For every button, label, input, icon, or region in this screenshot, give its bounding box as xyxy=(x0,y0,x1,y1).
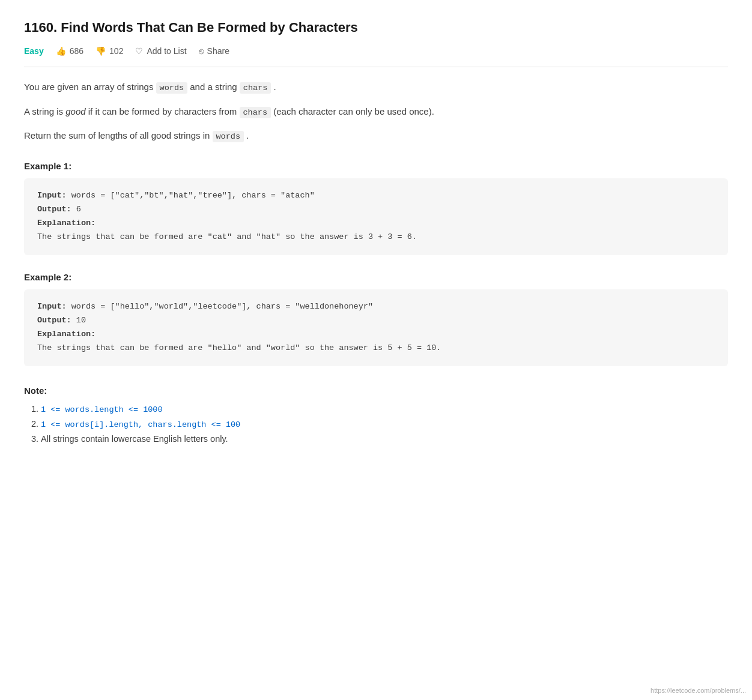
share-label: Share xyxy=(207,46,229,56)
desc-line2-prefix: A string is xyxy=(24,106,65,116)
heart-icon: ♡ xyxy=(135,46,143,56)
desc-line3-suffix: . xyxy=(244,130,249,140)
example-1-output-value: 6 xyxy=(71,205,81,214)
example-2-explanation-label: Explanation: xyxy=(37,328,715,342)
problem-description: You are given an array of strings words … xyxy=(24,79,728,145)
example-2-explanation: The strings that can be formed are "hell… xyxy=(37,342,715,355)
example-1: Example 1: Input: words = ["cat","bt","h… xyxy=(24,161,728,255)
thumbs-up-button[interactable]: 👍 686 xyxy=(56,46,83,56)
note-section: Note: 1 <= words.length <= 1000 1 <= wor… xyxy=(24,385,728,444)
note-item-1: 1 <= words.length <= 1000 xyxy=(41,404,728,414)
example-1-label: Example 1: xyxy=(24,161,728,171)
problem-title: 1160. Find Words That Can Be Formed by C… xyxy=(24,19,728,37)
example-1-input-label: Input: xyxy=(37,191,67,200)
note-item-2-code: 1 <= words[i].length, chars.length <= 10… xyxy=(41,420,240,429)
example-2-output: Output: 10 xyxy=(37,314,715,328)
example-2-output-value: 10 xyxy=(71,316,86,325)
desc-code-chars2: chars xyxy=(240,107,271,118)
thumbs-down-count: 102 xyxy=(109,46,123,56)
example-2-input: Input: words = ["hello","world","leetcod… xyxy=(37,300,715,314)
examples-section: Example 1: Input: words = ["cat","bt","h… xyxy=(24,161,728,366)
example-1-input: Input: words = ["cat","bt","hat","tree"]… xyxy=(37,189,715,203)
example-1-code-block: Input: words = ["cat","bt","hat","tree"]… xyxy=(24,178,728,255)
note-item-2: 1 <= words[i].length, chars.length <= 10… xyxy=(41,419,728,429)
add-to-list-label: Add to List xyxy=(147,46,186,56)
example-1-input-value: words = ["cat","bt","hat","tree"], chars… xyxy=(67,191,315,200)
example-1-output-label: Output: xyxy=(37,205,71,214)
desc-line2-suffix: (each character can only be used once). xyxy=(271,106,434,116)
desc-line2-middle: if it can be formed by characters from xyxy=(86,106,240,116)
example-1-explanation: The strings that can be formed are "cat"… xyxy=(37,231,715,244)
example-2-input-value: words = ["hello","world","leetcode"], ch… xyxy=(67,302,373,311)
example-1-output: Output: 6 xyxy=(37,203,715,217)
thumbs-up-count: 686 xyxy=(70,46,83,56)
note-item-3: All strings contain lowercase English le… xyxy=(41,434,728,444)
share-button[interactable]: ⎋ Share xyxy=(199,46,229,56)
desc-code-chars: chars xyxy=(240,82,271,94)
thumbs-down-icon: 👎 xyxy=(96,46,106,56)
add-to-list-button[interactable]: ♡ Add to List xyxy=(135,46,186,56)
difficulty-badge: Easy xyxy=(24,46,44,56)
description-line1: You are given an array of strings words … xyxy=(24,79,728,95)
desc-code-words: words xyxy=(156,82,188,94)
description-line3: Return the sum of lengths of all good st… xyxy=(24,128,728,144)
thumbs-down-button[interactable]: 👎 102 xyxy=(96,46,123,56)
meta-row: Easy 👍 686 👎 102 ♡ Add to List ⎋ Share xyxy=(24,46,728,67)
desc-line1-suffix: . xyxy=(271,82,276,92)
desc-good-italic: good xyxy=(65,106,85,116)
desc-line1-middle: and a string xyxy=(187,82,240,92)
desc-code-words2: words xyxy=(213,131,244,142)
desc-line1-prefix: You are given an array of strings xyxy=(24,82,156,92)
example-2-input-label: Input: xyxy=(37,302,67,311)
note-label: Note: xyxy=(24,385,728,396)
example-1-explanation-label: Explanation: xyxy=(37,217,715,231)
desc-line3-prefix: Return the sum of lengths of all good st… xyxy=(24,130,213,140)
example-2-code-block: Input: words = ["hello","world","leetcod… xyxy=(24,289,728,366)
example-2: Example 2: Input: words = ["hello","worl… xyxy=(24,272,728,366)
description-line2: A string is good if it can be formed by … xyxy=(24,104,728,120)
share-icon: ⎋ xyxy=(199,46,204,56)
example-2-label: Example 2: xyxy=(24,272,728,282)
example-2-output-label: Output: xyxy=(37,316,71,325)
thumbs-up-icon: 👍 xyxy=(56,46,66,56)
note-item-1-code: 1 <= words.length <= 1000 xyxy=(41,405,163,414)
note-list: 1 <= words.length <= 1000 1 <= words[i].… xyxy=(24,404,728,444)
